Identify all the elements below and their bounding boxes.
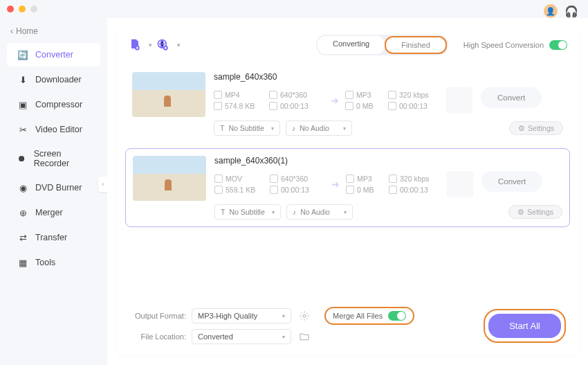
minimize-icon[interactable]: [19, 6, 26, 12]
sidebar-item-label: Video Editor: [35, 125, 82, 134]
subtitle-dropdown[interactable]: T No Subtitle ▾: [214, 204, 281, 220]
chevron-left-icon: ‹: [10, 26, 13, 36]
sidebar-item-merger[interactable]: ⊕ Merger: [7, 201, 100, 224]
sidebar-item-recorder[interactable]: ⏺ Screen Recorder: [7, 143, 100, 175]
home-link[interactable]: ‹ Home: [0, 24, 107, 39]
home-label: Home: [16, 26, 38, 36]
recorder-icon: ⏺: [17, 153, 27, 164]
merge-label: Merge All Files: [333, 312, 383, 320]
chevron-down-icon: ▾: [343, 125, 346, 132]
clock-icon: [388, 102, 396, 110]
sidebar-item-downloader[interactable]: ⬇ Downloader: [7, 68, 100, 91]
file-location-label: File Location:: [129, 332, 186, 341]
sidebar-item-label: Screen Recorder: [34, 149, 90, 168]
conversion-list: sample_640x360 MP4 574.8 KB 640*360 00:0…: [117, 62, 578, 299]
content-panel: ▾ ▾ Converting Finished High Speed Conve…: [117, 28, 578, 355]
resolution-icon: [269, 91, 277, 99]
file-location-select[interactable]: Converted ▾: [192, 329, 291, 344]
folder-icon: [345, 102, 353, 110]
arrow-right-icon: ➜: [331, 179, 340, 190]
sidebar-item-compressor[interactable]: ▣ Compressor: [7, 93, 100, 116]
video-thumbnail: [132, 72, 205, 117]
status-tabs: Converting Finished: [316, 35, 448, 55]
add-url-button[interactable]: ▾: [156, 38, 181, 52]
video-icon: [214, 175, 223, 183]
settings-button[interactable]: ⚙ Settings: [509, 121, 563, 135]
burner-icon: ◉: [17, 182, 28, 193]
user-avatar-icon[interactable]: 👤: [544, 4, 558, 18]
svg-point-3: [303, 314, 306, 317]
close-icon[interactable]: [7, 6, 14, 12]
subtitle-icon: T: [220, 124, 224, 132]
chevron-down-icon: ▾: [344, 209, 347, 215]
settings-button[interactable]: ⚙ Settings: [508, 205, 562, 219]
sidebar-item-burner[interactable]: ◉ DVD Burner: [7, 176, 100, 199]
sidebar-item-tools[interactable]: ▦ Tools: [7, 251, 100, 274]
tab-converting[interactable]: Converting: [318, 36, 385, 54]
add-file-button[interactable]: ▾: [128, 38, 152, 52]
chevron-down-icon: ▾: [271, 125, 274, 132]
chevron-down-icon: ▾: [272, 209, 275, 215]
tools-icon: ▦: [17, 257, 28, 268]
video-thumbnail: [133, 156, 206, 201]
sidebar-item-editor[interactable]: ✂ Video Editor: [7, 118, 100, 141]
sidebar-item-label: Converter: [35, 50, 73, 60]
bitrate-icon: [388, 91, 396, 99]
sidebar-item-label: Transfer: [35, 233, 67, 242]
output-thumbnail: [447, 171, 473, 197]
merge-toggle[interactable]: [388, 311, 406, 321]
add-url-icon: [156, 38, 170, 52]
merge-toggle-group: Merge All Files: [324, 307, 414, 325]
convert-button[interactable]: Convert: [481, 87, 542, 108]
converter-icon: 🔄: [17, 49, 28, 60]
clock-icon: [269, 102, 277, 110]
audio-icon: [345, 91, 353, 99]
editor-icon: ✂: [17, 124, 28, 135]
high-speed-toggle[interactable]: [549, 40, 567, 50]
main-panel: ▾ ▾ Converting Finished High Speed Conve…: [107, 18, 588, 365]
folder-icon: [214, 102, 222, 110]
sidebar-item-label: Merger: [35, 208, 63, 217]
audio-icon: [346, 175, 354, 183]
sidebar: ‹ Home 🔄 Converter ⬇ Downloader ▣ Compre…: [0, 18, 107, 365]
output-format-select[interactable]: MP3-High Quality ▾: [192, 308, 291, 323]
item-title: sample_640x360(1): [214, 156, 562, 166]
start-all-button[interactable]: Start All: [488, 314, 561, 338]
support-icon[interactable]: 🎧: [564, 4, 578, 18]
sidebar-item-label: DVD Burner: [35, 183, 82, 193]
merger-icon: ⊕: [17, 207, 28, 218]
waveform-icon: ♪: [292, 124, 295, 132]
conversion-item[interactable]: sample_640x360 MP4 574.8 KB 640*360 00:0…: [125, 65, 570, 143]
downloader-icon: ⬇: [17, 74, 28, 85]
start-all-wrapper: Start All: [484, 309, 566, 343]
output-format-label: Output Format:: [129, 312, 186, 320]
format-settings-button[interactable]: [297, 308, 312, 323]
collapse-sidebar-button[interactable]: ‹: [98, 177, 108, 192]
folder-icon: [214, 186, 223, 194]
subtitle-dropdown[interactable]: T No Subtitle ▾: [214, 121, 280, 136]
toolbar: ▾ ▾ Converting Finished High Speed Conve…: [117, 28, 578, 62]
gear-icon: [299, 310, 310, 321]
tab-finished[interactable]: Finished: [385, 36, 447, 54]
bitrate-icon: [389, 175, 397, 183]
titlebar: [0, 0, 588, 18]
compressor-icon: ▣: [17, 99, 28, 110]
conversion-item[interactable]: sample_640x360(1) MOV 559.1 KB 640*360 0…: [125, 148, 570, 227]
high-speed-label: High Speed Conversion: [463, 41, 544, 49]
audio-dropdown[interactable]: ♪ No Audio ▾: [286, 204, 353, 220]
chevron-down-icon: ▾: [282, 313, 285, 319]
sidebar-item-converter[interactable]: 🔄 Converter: [7, 43, 100, 66]
convert-button[interactable]: Convert: [481, 171, 542, 192]
add-file-icon: [128, 38, 142, 52]
high-speed-toggle-group: High Speed Conversion: [463, 40, 567, 50]
audio-dropdown[interactable]: ♪ No Audio ▾: [286, 121, 352, 136]
subtitle-icon: T: [221, 208, 225, 216]
zoom-icon[interactable]: [30, 6, 37, 12]
open-folder-button[interactable]: [297, 329, 312, 344]
sidebar-item-transfer[interactable]: ⇄ Transfer: [7, 226, 100, 249]
item-meta: MOV 559.1 KB 640*360 00:00:13 ➜ MP3 0 MB: [214, 171, 562, 197]
waveform-icon: ♪: [293, 208, 296, 216]
sidebar-item-label: Compressor: [35, 100, 82, 109]
chevron-down-icon: ▾: [177, 42, 181, 48]
resolution-icon: [270, 175, 278, 183]
